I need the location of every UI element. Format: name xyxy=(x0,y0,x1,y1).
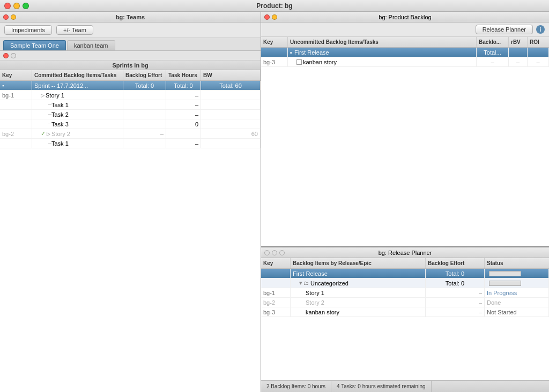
close-button[interactable] xyxy=(4,3,11,9)
th-task-hours: Task Hours xyxy=(166,70,201,80)
rb-expand-btn[interactable] xyxy=(272,250,277,255)
kanban-checkbox[interactable] xyxy=(296,59,302,65)
rb-s2-label: Story 2 xyxy=(291,298,426,307)
fr-rbv xyxy=(509,48,528,57)
task-1-row[interactable]: ┄ Task 1 – xyxy=(0,100,261,110)
rb-release-header[interactable]: First Release Total: 0 xyxy=(261,269,549,278)
task-1-label: ┄ Task 1 xyxy=(32,100,123,109)
window-controls xyxy=(4,3,29,9)
rb-th-key: Key xyxy=(261,258,291,268)
task-2-label: ┄ Task 2 xyxy=(32,110,123,119)
story2-task-1-bw xyxy=(201,139,261,148)
rb-s1-key: bg-1 xyxy=(261,288,291,297)
minimize-button[interactable] xyxy=(13,3,20,9)
right-top-toolbar: Release Planner i xyxy=(261,22,549,37)
kanban-backlog: – xyxy=(477,57,509,66)
task-2-row[interactable]: ┄ Task 2 – xyxy=(0,110,261,119)
fr-key xyxy=(261,48,288,57)
info-icon[interactable]: i xyxy=(536,25,545,34)
story2-task-1-hours: – xyxy=(166,139,201,148)
left-table-header: Key Committed Backlog Items/Tasks Backlo… xyxy=(0,70,261,81)
right-top-table-header: Key Uncommitted Backlog Items/Tasks Back… xyxy=(261,37,549,48)
th-backlog-items: Committed Backlog Items/Tasks xyxy=(32,70,123,80)
app-title: Product: bg xyxy=(256,2,292,10)
sprints-expand-btn[interactable] xyxy=(11,53,16,58)
rtp-th-uncommitted: Uncommitted Backlog Items/Tasks xyxy=(288,37,477,47)
right-bottom-title-bar: bg: Release Planner xyxy=(261,247,549,258)
right-top-title-bar: bg: Product Backlog xyxy=(261,12,549,22)
story-1-hours: – xyxy=(166,91,201,100)
story-2-effort: – xyxy=(123,129,166,138)
tab-sample-team-one[interactable]: Sample Team One xyxy=(3,40,66,50)
rb-kanban-row[interactable]: bg-3 kanban story – Not Started xyxy=(261,307,549,317)
sprint-key: ▪ xyxy=(0,81,32,90)
task-1-bw xyxy=(201,100,261,109)
rb-story-1-row[interactable]: bg-1 Story 1 – In Progress xyxy=(261,288,549,298)
rb-fr-key xyxy=(261,269,291,278)
kanban-key: bg-3 xyxy=(261,57,288,66)
rtp-th-rbv: rBV xyxy=(509,37,528,47)
rb-uncategorized-row[interactable]: ▾ 🗂 Uncategorized Total: 0 xyxy=(261,278,549,288)
rb-unc-label: ▾ 🗂 Uncategorized xyxy=(291,278,426,288)
tab-kanban-team[interactable]: kanban team xyxy=(67,40,115,50)
team-button[interactable]: +/- Team xyxy=(56,25,93,35)
story2-task-1-row[interactable]: ┄ Task 1 – xyxy=(0,139,261,148)
task-3-bw xyxy=(201,119,261,129)
rb-s2-status: Done xyxy=(485,298,549,307)
th-bw: BW xyxy=(201,70,261,80)
sprint-hours: Total: 0 xyxy=(166,81,201,90)
rb-story-2-row[interactable]: bg-2 Story 2 – Done xyxy=(261,298,549,307)
kanban-label: kanban story xyxy=(288,57,477,66)
first-release-header-row[interactable]: ▪ First Release Total... xyxy=(261,48,549,57)
task-1-effort xyxy=(123,100,166,109)
story-1-row[interactable]: bg-1 ▷ Story 1 – xyxy=(0,91,261,100)
rb-close-btn[interactable] xyxy=(264,250,270,255)
rb-fr-effort: Total: 0 xyxy=(426,269,485,278)
right-panel: bg: Product Backlog Release Planner i Ke… xyxy=(261,12,549,392)
story-2-key: bg-2 xyxy=(0,129,32,138)
status-bar: 2 Backlog Items: 0 hours 4 Tasks: 0 hour… xyxy=(261,380,549,392)
th-backlog-effort: Backlog Effort xyxy=(123,70,166,80)
left-close-btn[interactable] xyxy=(3,14,9,20)
left-min-btn[interactable] xyxy=(11,14,16,20)
task-3-effort xyxy=(123,119,166,129)
task-3-row[interactable]: ┄ Task 3 0 xyxy=(0,119,261,129)
story-1-label: ▷ Story 1 xyxy=(32,91,123,100)
rb-fr-label: First Release xyxy=(291,269,426,278)
story-2-row[interactable]: bg-2 ✓ ▷ Story 2 – 60 xyxy=(0,129,261,139)
rb-s1-label: Story 1 xyxy=(291,288,426,297)
kanban-story-row[interactable]: bg-3 kanban story – – – xyxy=(261,57,549,67)
backlog-items-status: 2 Backlog Items: 0 hours xyxy=(261,381,331,392)
sprint-header-row[interactable]: ▪ Sprint -- 17.7.2012... Total: 0 Total:… xyxy=(0,81,261,91)
main-container: bg: Teams Impediments +/- Team Sample Te… xyxy=(0,12,549,392)
rb-k-label: kanban story xyxy=(291,307,426,316)
rb-table-header: Key Backlog Items by Release/Epic Backlo… xyxy=(261,258,549,269)
story-2-hours xyxy=(166,129,201,138)
story-1-bw xyxy=(201,91,261,100)
sprints-close-btn[interactable] xyxy=(3,53,9,58)
story2-task-1-key xyxy=(0,139,32,148)
kanban-roi: – xyxy=(528,57,549,66)
right-top-close-btn[interactable] xyxy=(264,14,270,20)
rb-k-status: Not Started xyxy=(485,307,549,316)
rb-s1-status: In Progress xyxy=(485,288,549,297)
sprints-title: Sprints in bg xyxy=(0,61,261,70)
rtp-th-key: Key xyxy=(261,37,288,47)
right-top-min-btn[interactable] xyxy=(272,14,277,20)
task-2-key xyxy=(0,110,32,119)
right-top-panel: bg: Product Backlog Release Planner i Ke… xyxy=(261,12,549,247)
left-panel-title-bar: bg: Teams xyxy=(0,12,261,22)
story-1-key: bg-1 xyxy=(0,91,32,100)
rb-unc-status xyxy=(485,278,549,288)
right-top-controls xyxy=(264,14,277,20)
maximize-button[interactable] xyxy=(23,3,29,9)
right-bottom-title: bg: Release Planner xyxy=(379,250,432,256)
rb-zoom-btn[interactable] xyxy=(279,250,285,255)
right-top-table-body: ▪ First Release Total... bg-3 kanban sto… xyxy=(261,48,549,246)
impediments-button[interactable]: Impediments xyxy=(4,25,52,35)
task-2-bw xyxy=(201,110,261,119)
rb-unc-key xyxy=(261,278,291,288)
rb-s2-key: bg-2 xyxy=(261,298,291,307)
sprint-label: Sprint -- 17.7.2012... xyxy=(32,81,123,90)
release-planner-button[interactable]: Release Planner xyxy=(476,25,533,34)
